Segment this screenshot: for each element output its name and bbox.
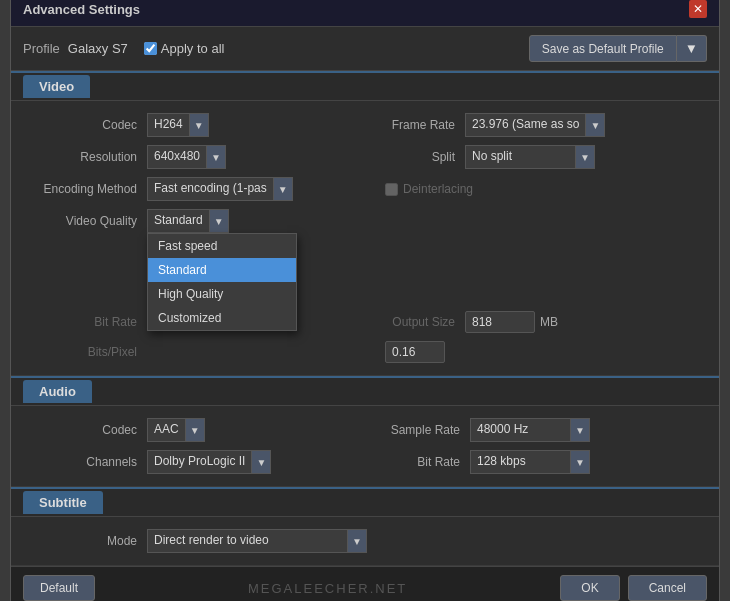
bits-pixel-row: Bits/Pixel <box>11 337 719 367</box>
video-quality-value[interactable]: Standard <box>147 209 209 233</box>
vq-option-high[interactable]: High Quality <box>148 282 296 306</box>
audio-bitrate-right: Bit Rate 128 kbps ▼ <box>365 450 703 474</box>
footer-right: OK Cancel <box>560 575 707 601</box>
channels-select-wrapper: Dolby ProLogic II ▼ <box>147 450 271 474</box>
audio-codec-value: AAC <box>147 418 185 442</box>
channels-value: Dolby ProLogic II <box>147 450 251 474</box>
encoding-row: Encoding Method Fast encoding (1-pas ▼ D… <box>11 173 719 205</box>
toolbar: Profile Galaxy S7 Apply to all Save as D… <box>11 27 719 71</box>
channels-left: Channels Dolby ProLogic II ▼ <box>27 450 365 474</box>
codec-left: Codec H264 ▼ <box>27 113 365 137</box>
save-default-arrow-button[interactable]: ▼ <box>677 35 707 62</box>
deinterlacing-right: Deinterlacing <box>365 182 703 196</box>
save-default-group: Save as Default Profile ▼ <box>529 35 707 62</box>
audio-section-content: Codec AAC ▼ Sample Rate 48000 Hz ▼ Chann… <box>11 406 719 487</box>
subtitle-tab[interactable]: Subtitle <box>23 491 103 514</box>
codec-value: H264 <box>147 113 189 137</box>
split-right: Split No split ▼ <box>365 145 703 169</box>
deinterlacing-checkbox[interactable] <box>385 183 398 196</box>
subtitle-section-content: Mode Direct render to video ▼ <box>11 517 719 566</box>
audio-codec-row: Codec AAC ▼ Sample Rate 48000 Hz ▼ <box>11 414 719 446</box>
apply-to-label: Apply to all <box>161 41 225 56</box>
sample-rate-value: 48000 Hz <box>470 418 570 442</box>
resolution-label: Resolution <box>27 150 147 164</box>
video-quality-left: Video Quality Standard ▼ Fast speed Stan… <box>27 209 229 233</box>
vq-option-standard[interactable]: Standard <box>148 258 296 282</box>
codec-dropdown-button[interactable]: ▼ <box>189 113 209 137</box>
apply-to-checkbox[interactable] <box>144 42 157 55</box>
bitrate-row: Bit Rate Output Size MB <box>11 307 719 337</box>
resolution-dropdown-button[interactable]: ▼ <box>206 145 226 169</box>
sample-rate-label: Sample Rate <box>385 423 470 437</box>
resolution-value: 640x480 <box>147 145 206 169</box>
sample-rate-dropdown-button[interactable]: ▼ <box>570 418 590 442</box>
split-select-wrapper: No split ▼ <box>465 145 595 169</box>
audio-bitrate-label: Bit Rate <box>385 455 470 469</box>
channels-label: Channels <box>27 455 147 469</box>
watermark: MEGALEECHER.NET <box>95 581 560 596</box>
codec-label: Codec <box>27 118 147 132</box>
framerate-dropdown-button[interactable]: ▼ <box>585 113 605 137</box>
resolution-select-wrapper: 640x480 ▼ <box>147 145 226 169</box>
video-tab[interactable]: Video <box>23 75 90 98</box>
bitrate-label: Bit Rate <box>27 315 147 329</box>
dialog-title: Advanced Settings <box>23 2 140 17</box>
split-label: Split <box>385 150 465 164</box>
video-quality-dropdown-container: Standard ▼ Fast speed Standard High Qual… <box>147 209 229 233</box>
video-quality-select-wrapper: Standard ▼ <box>147 209 229 233</box>
audio-codec-select-wrapper: AAC ▼ <box>147 418 205 442</box>
audio-section-header: Audio <box>11 376 719 406</box>
encoding-left: Encoding Method Fast encoding (1-pas ▼ <box>27 177 365 201</box>
channels-dropdown-button[interactable]: ▼ <box>251 450 271 474</box>
audio-codec-label: Codec <box>27 423 147 437</box>
video-section-content: Codec H264 ▼ Frame Rate 23.976 (Same as … <box>11 101 719 376</box>
save-default-button[interactable]: Save as Default Profile <box>529 35 677 62</box>
encoding-dropdown-button[interactable]: ▼ <box>273 177 293 201</box>
video-quality-label: Video Quality <box>27 214 147 228</box>
video-quality-row: Video Quality Standard ▼ Fast speed Stan… <box>11 205 719 237</box>
bits-pixel-left: Bits/Pixel <box>27 345 365 359</box>
deinterlacing-label: Deinterlacing <box>403 182 473 196</box>
ok-button[interactable]: OK <box>560 575 619 601</box>
codec-select-wrapper: H264 ▼ <box>147 113 209 137</box>
sample-rate-select-wrapper: 48000 Hz ▼ <box>470 418 590 442</box>
encoding-select-wrapper: Fast encoding (1-pas ▼ <box>147 177 293 201</box>
close-button[interactable]: ✕ <box>689 0 707 18</box>
encoding-value: Fast encoding (1-pas <box>147 177 273 201</box>
framerate-right: Frame Rate 23.976 (Same as so ▼ <box>365 113 703 137</box>
encoding-label: Encoding Method <box>27 182 147 196</box>
profile-value: Galaxy S7 <box>68 41 128 56</box>
output-size-right: Output Size MB <box>365 311 703 333</box>
audio-tab[interactable]: Audio <box>23 380 92 403</box>
framerate-label: Frame Rate <box>385 118 465 132</box>
footer: Default MEGALEECHER.NET OK Cancel <box>11 566 719 601</box>
video-quality-menu: Fast speed Standard High Quality Customi… <box>147 233 297 331</box>
bits-pixel-label: Bits/Pixel <box>27 345 147 359</box>
subtitle-mode-label: Mode <box>27 534 147 548</box>
video-quality-dropdown-button[interactable]: ▼ <box>209 209 229 233</box>
audio-bitrate-dropdown-button[interactable]: ▼ <box>570 450 590 474</box>
bits-pixel-input[interactable] <box>385 341 445 363</box>
output-size-unit: MB <box>540 315 558 329</box>
subtitle-mode-dropdown-button[interactable]: ▼ <box>347 529 367 553</box>
subtitle-mode-select-wrapper: Direct render to video ▼ <box>147 529 367 553</box>
footer-left: Default <box>23 575 95 601</box>
output-size-label: Output Size <box>385 315 465 329</box>
audio-codec-dropdown-button[interactable]: ▼ <box>185 418 205 442</box>
video-section-header: Video <box>11 71 719 101</box>
audio-codec-left: Codec AAC ▼ <box>27 418 365 442</box>
vq-option-custom[interactable]: Customized <box>148 306 296 330</box>
vq-option-fast[interactable]: Fast speed <box>148 234 296 258</box>
codec-row: Codec H264 ▼ Frame Rate 23.976 (Same as … <box>11 109 719 141</box>
framerate-value: 23.976 (Same as so <box>465 113 585 137</box>
cancel-button[interactable]: Cancel <box>628 575 707 601</box>
subtitle-section-header: Subtitle <box>11 487 719 517</box>
split-dropdown-button[interactable]: ▼ <box>575 145 595 169</box>
profile-label: Profile <box>23 41 60 56</box>
advanced-settings-dialog: Advanced Settings ✕ Profile Galaxy S7 Ap… <box>10 0 720 601</box>
output-size-input[interactable] <box>465 311 535 333</box>
audio-bitrate-select-wrapper: 128 kbps ▼ <box>470 450 590 474</box>
resolution-left: Resolution 640x480 ▼ <box>27 145 365 169</box>
default-button[interactable]: Default <box>23 575 95 601</box>
split-value: No split <box>465 145 575 169</box>
